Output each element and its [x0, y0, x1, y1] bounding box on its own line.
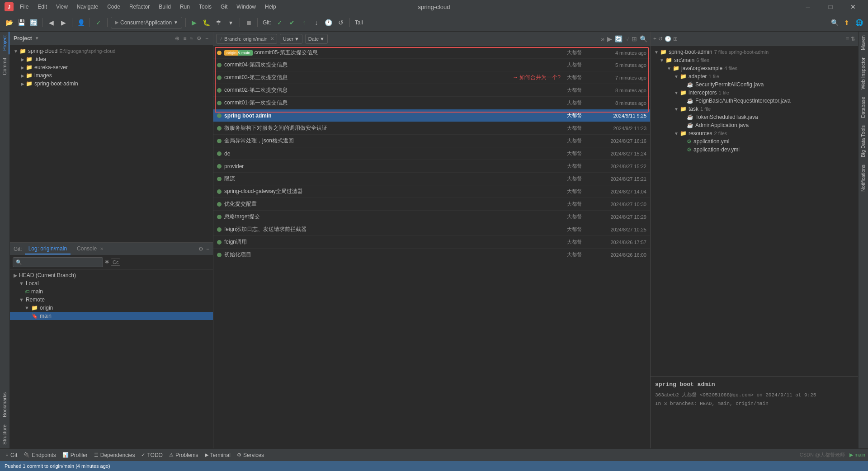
branch-selector[interactable]: ⑂ Branch: origin/main ✕ — [216, 34, 277, 44]
run-config-selector[interactable]: ▶ ConsumerApplication ▼ — [111, 17, 182, 28]
right-panel-icon4[interactable]: ⊞ — [673, 36, 678, 42]
endpoints-bottom-tab[interactable]: 🔌 Endpoints — [21, 451, 58, 459]
bookmarks-tab[interactable]: Bookmarks — [0, 389, 9, 421]
right-interceptors-item[interactable]: ▼ 📁 interceptors 1 file — [651, 89, 858, 97]
proj-icon1[interactable]: ⊕ — [174, 34, 180, 42]
web-inspector-tab[interactable]: Web Inspector — [859, 54, 868, 93]
git-head-item[interactable]: ▶ HEAD (Current Branch) — [10, 271, 213, 279]
close-button[interactable]: ✕ — [843, 0, 863, 14]
tree-images-item[interactable]: ▶ 📁 images — [10, 71, 213, 80]
commit-row-14[interactable]: 忽略target提交 大都督 2024/8/27 10:29 — [213, 211, 650, 223]
commits-refresh-icon[interactable]: 🔄 — [615, 35, 623, 42]
right-panel-icon3[interactable]: 🕐 — [665, 36, 671, 42]
commit-row-1[interactable]: origin & main commit05-第五次提交信息 大都督 4 min… — [213, 46, 650, 59]
menu-build[interactable]: Build — [156, 4, 174, 10]
git-log-tab[interactable]: Log: origin/main — [25, 244, 71, 254]
git-console-tab[interactable]: Console ✕ — [73, 244, 107, 254]
open-button[interactable]: 📂 — [4, 17, 14, 28]
commit-row-7[interactable]: 微服务架构下对服务之间的调用做安全认证 大都督 2024/9/2 11:23 — [213, 122, 650, 135]
right-java-item[interactable]: ▼ 📁 java\org\example 4 files — [651, 64, 858, 72]
database-tab[interactable]: Database — [859, 93, 868, 122]
git-remote-group[interactable]: ▼ Remote — [10, 296, 213, 304]
git-origin-main-branch[interactable]: 🔖 main — [10, 312, 213, 320]
minimize-button[interactable]: – — [797, 0, 818, 14]
git-search-input[interactable] — [13, 257, 103, 267]
commit-row-5[interactable]: commit01-第一次提交信息 大都督 8 minutes ago — [213, 97, 650, 109]
sync-button[interactable]: 🔄 — [28, 17, 39, 28]
commits-icon3[interactable]: ⑂ — [625, 35, 629, 42]
commit-row-17[interactable]: 初始化项目 大都督 2024/8/26 16:00 — [213, 249, 650, 261]
commit-row-15[interactable]: feign添加日志、发送请求前拦截器 大都督 2024/8/27 10:25 — [213, 223, 650, 236]
proj-icon3[interactable]: ≈ — [189, 34, 194, 42]
notifications-tab[interactable]: Notifications — [859, 161, 868, 195]
commit-row-12[interactable]: spring-cloud-gateway全局过滤器 大都督 2024/8/27 … — [213, 185, 650, 198]
tree-springadmin-item[interactable]: ▶ 📁 spring-boot-admin — [10, 80, 213, 88]
tree-root-item[interactable]: ▼ 📁 spring-cloud E:\liguogang\spring-clo… — [10, 47, 213, 55]
commit-row-13[interactable]: 优化提交配置 大都督 2024/8/27 10:30 — [213, 198, 650, 211]
menu-run[interactable]: Run — [177, 4, 193, 10]
forward-button[interactable]: ▶ — [58, 17, 69, 28]
commit-row-2[interactable]: commit04-第四次提交信息 大都督 5 minutes ago — [213, 59, 650, 71]
right-panel-icon5[interactable]: ≡ — [846, 36, 849, 42]
right-root-item[interactable]: ▼ 📁 spring-boot-admin 7 files spring-boo… — [651, 48, 858, 56]
debug-button[interactable]: 🐛 — [201, 17, 212, 28]
structure-tab[interactable]: Structure — [0, 421, 9, 448]
tree-eureka-item[interactable]: ▶ 📁 eureka-server — [10, 63, 213, 71]
right-adapter-item[interactable]: ▼ 📁 adapter 1 file — [651, 72, 858, 80]
proj-icon2[interactable]: ≡ — [182, 34, 187, 42]
git-history-button[interactable]: 🕐 — [323, 17, 334, 28]
big-data-tools-tab[interactable]: Big Data Tools — [859, 122, 868, 161]
dependencies-bottom-tab[interactable]: ☰ Dependencies — [91, 451, 138, 459]
commit-row-6[interactable]: spring boot admin 大都督 2024/9/11 9:25 — [213, 109, 650, 122]
branch-close-icon[interactable]: ✕ — [270, 36, 274, 41]
services-bottom-tab[interactable]: ⚙ Services — [234, 451, 267, 459]
commit-row-3[interactable]: commit03-第三次提交信息 → 如何合并为一个? 大都督 7 minute… — [213, 71, 650, 84]
git-check2-button[interactable]: ✔ — [287, 17, 297, 28]
git-local-group[interactable]: ▼ Local — [10, 279, 213, 287]
menu-view[interactable]: View — [53, 4, 71, 10]
jetbrains-button[interactable]: 🌐 — [854, 17, 864, 28]
git-pull-button[interactable]: ↓ — [311, 17, 322, 28]
maven-tab[interactable]: Maven — [859, 32, 868, 54]
git-minimize-icon[interactable]: − — [206, 246, 209, 252]
menu-navigate[interactable]: Navigate — [74, 4, 101, 10]
back-button[interactable]: ◀ — [46, 17, 57, 28]
commits-icon4[interactable]: ⊞ — [632, 35, 637, 42]
profiler-bottom-tab[interactable]: 📊 Profiler — [60, 451, 90, 459]
right-panel-icon1[interactable]: + — [653, 36, 656, 42]
user-button[interactable]: 👤 — [75, 17, 86, 28]
right-panel-icon2[interactable]: ↺ — [658, 36, 663, 42]
commit-row-10[interactable]: provider 大都督 2024/8/27 15:22 — [213, 160, 650, 173]
git-main-branch[interactable]: 🏷 main — [10, 287, 213, 296]
git-check1-button[interactable]: ✓ — [274, 17, 285, 28]
commit-row-16[interactable]: feign调用 大都督 2024/8/26 17:57 — [213, 236, 650, 249]
project-tab[interactable]: Project — [0, 32, 9, 54]
right-appyml-file[interactable]: ⚙ application.yml — [651, 137, 858, 146]
git-push-button[interactable]: ↑ — [299, 17, 310, 28]
maximize-button[interactable]: □ — [820, 0, 841, 14]
right-appdevyml-file[interactable]: ⚙ application-dev.yml — [651, 146, 858, 154]
tree-idea-item[interactable]: ▶ 📁 .idea — [10, 55, 213, 63]
menu-edit[interactable]: Edit — [35, 4, 50, 10]
git-origin-group[interactable]: ▼ 📁 origin — [10, 304, 213, 312]
vcs-check-button[interactable]: ✓ — [93, 17, 104, 28]
commits-search-icon[interactable]: 🔍 — [640, 35, 647, 42]
menu-window[interactable]: Window — [234, 4, 259, 10]
save-button[interactable]: 💾 — [16, 17, 27, 28]
coverage-button[interactable]: ☂ — [213, 17, 224, 28]
date-filter-button[interactable]: Date ▼ — [305, 34, 328, 44]
menu-code[interactable]: Code — [104, 4, 123, 10]
right-panel-icon6[interactable]: ⇅ — [851, 36, 855, 42]
menu-refactor[interactable]: Refactor — [127, 4, 152, 10]
right-security-file[interactable]: ☕ SecurityPermitAllConfig.java — [651, 80, 858, 89]
terminal-bottom-tab[interactable]: ▶ Terminal — [202, 451, 233, 459]
commit-tab[interactable]: Commit — [0, 54, 9, 79]
commit-row-4[interactable]: commit02-第二次提交信息 大都督 8 minutes ago — [213, 84, 650, 97]
commit-row-11[interactable]: 限流 大都督 2024/8/27 15:21 — [213, 173, 650, 185]
problems-bottom-tab[interactable]: ⚠ Problems — [166, 451, 201, 459]
git-bottom-tab[interactable]: ⑂ Git — [3, 451, 20, 459]
right-task-item[interactable]: ▼ 📁 task 1 file — [651, 105, 858, 113]
profile-dropdown[interactable]: ▾ — [226, 17, 236, 28]
search-everywhere-button[interactable]: 🔍 — [829, 17, 840, 28]
menu-file[interactable]: File — [17, 4, 31, 10]
